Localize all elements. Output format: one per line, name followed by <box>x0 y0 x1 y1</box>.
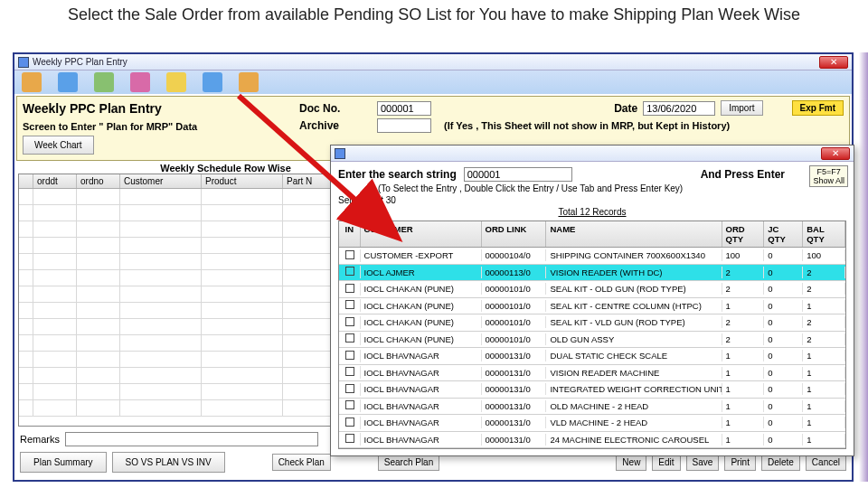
page-title: Weekly PPC Plan Entry <box>23 101 294 116</box>
popup-close-icon[interactable]: ✕ <box>821 147 850 160</box>
archive-hint: (If Yes , This Sheet will not show in MR… <box>444 120 730 131</box>
main-titlebar: Weekly PPC Plan Entry ✕ <box>14 54 852 70</box>
popup-titlebar: ✕ <box>331 145 854 162</box>
row-checkbox[interactable] <box>345 418 354 427</box>
record-count: Total 12 Records <box>338 207 846 217</box>
result-row[interactable]: IOCL BHAVNAGAR00000131/0VISION READER MA… <box>339 365 845 382</box>
result-row[interactable]: IOCL CHAKAN (PUNE)00000101/0OLD GUN ASSY… <box>339 332 845 349</box>
row-checkbox[interactable] <box>345 300 354 309</box>
row-checkbox[interactable] <box>345 284 354 293</box>
so-vs-plan-button[interactable]: SO VS PLAN VS INV <box>112 452 225 473</box>
docno-label: Doc No. <box>299 102 372 115</box>
row-checkbox[interactable] <box>345 351 354 360</box>
press-enter-label: And Press Enter <box>701 168 785 181</box>
result-row[interactable]: IOCL BHAVNAGAR00000131/0OLD MACHINE - 2 … <box>339 399 845 416</box>
result-row[interactable]: IOCL BHAVNAGAR00000131/024 MACHINE ELECT… <box>339 432 845 449</box>
result-row[interactable]: IOCL BHAVNAGAR00000131/0INTEGRATED WEIGH… <box>339 381 845 399</box>
row-checkbox[interactable] <box>345 250 354 259</box>
row-checkbox[interactable] <box>345 400 354 409</box>
window-title: Weekly PPC Plan Entry <box>33 57 127 67</box>
search-popup: ✕ F5=F7 Show All Enter the search string… <box>330 145 854 456</box>
date-input[interactable] <box>643 101 715 116</box>
grid-col-header[interactable]: Product <box>202 174 283 188</box>
page-subtitle: Screen to Enter " Plan for MRP" Data <box>23 121 197 132</box>
remarks-label: Remarks <box>20 434 60 445</box>
grid-col-header[interactable] <box>19 174 33 188</box>
row-checkbox[interactable] <box>345 384 354 393</box>
check-plan-button[interactable]: Check Plan <box>272 454 331 471</box>
grid-col-header[interactable]: Customer <box>120 174 202 188</box>
grid-col-header[interactable]: ordno <box>77 174 120 188</box>
row-checkbox[interactable] <box>345 434 354 443</box>
search-label: Enter the search string <box>338 168 457 181</box>
background-taskbar <box>14 70 852 94</box>
right-border-decoration <box>859 52 868 482</box>
result-col-header[interactable]: JC QTY <box>764 221 803 247</box>
week-chart-button[interactable]: Week Chart <box>23 136 94 155</box>
archive-label: Archive <box>299 119 372 132</box>
app-icon <box>18 57 29 68</box>
search-input[interactable] <box>464 167 572 182</box>
result-col-header[interactable]: BAL QTY <box>803 221 845 247</box>
docno-input[interactable] <box>377 101 431 116</box>
result-col-header[interactable]: IN <box>339 221 361 247</box>
instruction-text: Select the Sale Order from available Pen… <box>0 0 868 28</box>
grid-col-header[interactable]: Part N <box>283 174 337 188</box>
row-checkbox[interactable] <box>345 333 354 343</box>
import-button[interactable]: Import <box>721 100 762 116</box>
result-row[interactable]: CUSTOMER -EXPORT00000104/0SHIPPING CONTA… <box>339 248 845 265</box>
show-all-button[interactable]: F5=F7 Show All <box>809 165 848 187</box>
row-checkbox[interactable] <box>345 267 354 276</box>
remarks-input[interactable] <box>65 432 318 446</box>
result-table: INCUSTOMERORD LINKNAMEORD QTYJC QTYBAL Q… <box>338 221 846 449</box>
close-icon[interactable]: ✕ <box>819 56 848 69</box>
row-checkbox[interactable] <box>345 317 354 326</box>
result-row[interactable]: IOCL AJMER00000113/0VISION READER (WITH … <box>339 265 845 282</box>
result-row[interactable]: IOCL BHAVNAGAR00000131/0VLD MACHINE - 2 … <box>339 415 845 432</box>
plan-summary-button[interactable]: Plan Summary <box>20 452 107 473</box>
search-hint: (To Select the Entry , Double Click the … <box>342 183 846 193</box>
result-row[interactable]: IOCL CHAKAN (PUNE)00000101/0SEAL KIT - O… <box>339 281 845 298</box>
result-col-header[interactable]: ORD QTY <box>722 221 765 247</box>
result-row[interactable]: IOCL CHAKAN (PUNE)00000101/0SEAL KIT - C… <box>339 298 845 315</box>
select-first-label: Select First 30 <box>338 195 396 205</box>
export-format-button[interactable]: Exp Fmt <box>792 100 844 116</box>
result-row[interactable]: IOCL CHAKAN (PUNE)00000101/0SEAL KIT - V… <box>339 314 845 332</box>
archive-input[interactable] <box>377 118 431 133</box>
result-col-header[interactable]: CUSTOMER <box>361 221 482 247</box>
popup-icon <box>335 148 345 159</box>
grid-col-header[interactable]: orddt <box>33 174 77 188</box>
result-col-header[interactable]: ORD LINK <box>482 221 547 247</box>
date-label: Date <box>614 102 637 115</box>
row-checkbox[interactable] <box>345 367 354 376</box>
result-row[interactable]: IOCL BHAVNAGAR00000131/0DUAL STATIC CHEC… <box>339 348 845 365</box>
result-col-header[interactable]: NAME <box>546 221 722 247</box>
